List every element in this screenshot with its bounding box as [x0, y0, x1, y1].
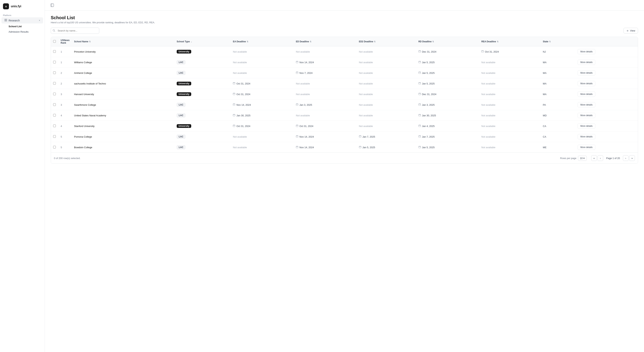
rd-cell: Jan 7, 2025	[416, 131, 479, 142]
row-checkbox[interactable]	[53, 82, 56, 85]
type-sort-btn[interactable]: School Type ⌄	[177, 40, 228, 43]
table-row: 3 Harvard University University Oct 31, …	[51, 89, 638, 100]
pagination: « ‹ Page 1 of 20 › »	[591, 155, 635, 161]
row-checkbox-cell	[51, 78, 58, 89]
table-row: 3 Swarthmore College LAC Nov 14, 2024 Ja…	[51, 100, 638, 110]
sidebar-toggle-button[interactable]	[49, 2, 55, 8]
calendar-icon	[418, 71, 421, 74]
state-cell: MA	[541, 78, 575, 89]
ed2-sort-btn[interactable]: ED2 Deadline ⇅	[359, 40, 414, 43]
ea-cell: Oct 31, 2024	[230, 78, 294, 89]
rea-cell: Not available	[479, 68, 541, 78]
rd-cell: Jan 5, 2025	[416, 78, 479, 89]
header-ed2: ED2 Deadline ⇅	[357, 37, 416, 46]
sidebar-item-school-list[interactable]: School List	[2, 24, 43, 29]
more-details-button[interactable]: More details	[578, 113, 595, 118]
ed2-cell: Jan 5, 2025	[357, 142, 416, 153]
rd-sort-btn[interactable]: RD Deadline ⇅	[418, 40, 477, 43]
header-name: School Name ⇅	[72, 37, 174, 46]
calendar-icon	[418, 114, 421, 117]
header-checkbox-col	[51, 37, 58, 46]
rea-sort-btn[interactable]: REA Deadline ⇅	[481, 40, 538, 43]
row-checkbox[interactable]	[53, 71, 56, 74]
ed-cell: Not available	[294, 110, 357, 121]
ea-sort-btn[interactable]: EA Deadline ⇅	[233, 40, 292, 43]
research-label: Research	[8, 19, 20, 22]
rank-sort-btn[interactable]: USNewsRank	[61, 39, 70, 44]
rank-cell: 2	[58, 78, 72, 89]
state-sort-btn[interactable]: State ⇅	[543, 40, 573, 43]
actions-cell: More details	[575, 110, 638, 121]
row-checkbox[interactable]	[53, 125, 56, 127]
row-checkbox[interactable]	[53, 146, 56, 148]
rea-cell: Not available	[479, 89, 541, 100]
more-details-button[interactable]: More details	[578, 91, 595, 97]
row-checkbox[interactable]	[53, 135, 56, 138]
logo-icon: u	[3, 3, 9, 9]
sidebar-item-research[interactable]: Research ▾	[2, 17, 43, 23]
actions-cell: More details	[575, 142, 638, 153]
more-details-button[interactable]: More details	[578, 145, 595, 150]
view-button[interactable]: View	[624, 28, 638, 33]
topbar	[45, 0, 644, 11]
more-details-button[interactable]: More details	[578, 134, 595, 139]
rd-cell: Jan 4, 2025	[416, 121, 479, 131]
more-details-button[interactable]: More details	[578, 60, 595, 65]
more-details-button[interactable]: More details	[578, 102, 595, 107]
type-cell: LAC	[174, 131, 230, 142]
more-details-button[interactable]: More details	[578, 70, 595, 75]
prev-page-button[interactable]: ‹	[598, 155, 603, 161]
type-cell: University	[174, 89, 230, 100]
ed2-cell: Not available	[357, 89, 416, 100]
table-row: 2 Amherst College LAC Not available Nov …	[51, 68, 638, 78]
type-cell: University	[174, 121, 230, 131]
actions-cell: More details	[575, 68, 638, 78]
row-checkbox[interactable]	[53, 61, 56, 63]
row-checkbox[interactable]	[53, 50, 56, 53]
rd-label: RD Deadline	[418, 40, 432, 43]
calendar-icon	[233, 82, 235, 85]
row-checkbox[interactable]	[53, 103, 56, 106]
rows-per-page-select[interactable]: 10 ▾	[578, 156, 587, 161]
row-checkbox-cell	[51, 68, 58, 78]
ea-cell: Not available	[230, 131, 294, 142]
sidebar: u unis.fyi Platform Research ▾ School Li…	[0, 0, 45, 352]
svg-rect-78	[419, 125, 421, 127]
calendar-icon	[418, 93, 421, 96]
state-cell: CA	[541, 131, 575, 142]
row-checkbox-cell	[51, 57, 58, 68]
state-cell: MA	[541, 89, 575, 100]
svg-rect-30	[419, 72, 421, 74]
name-sort-btn[interactable]: School Name ⇅	[74, 40, 172, 43]
first-page-button[interactable]: «	[591, 155, 597, 161]
more-details-button[interactable]: More details	[578, 81, 595, 86]
rea-cell: Not available	[479, 78, 541, 89]
sidebar-item-admission-results[interactable]: Admission Results	[2, 29, 43, 34]
select-all-checkbox[interactable]	[53, 40, 56, 43]
ea-cell: Nov 14, 2024	[230, 100, 294, 110]
actions-cell: More details	[575, 89, 638, 100]
calendar-icon	[296, 103, 298, 106]
ed-sort-btn[interactable]: ED Deadline ⇅	[296, 40, 354, 43]
svg-rect-0	[5, 19, 6, 20]
svg-rect-22	[419, 61, 421, 63]
ea-cell: Oct 31, 2024	[230, 121, 294, 131]
last-page-button[interactable]: »	[629, 155, 635, 161]
more-details-button[interactable]: More details	[578, 123, 595, 129]
ea-cell: Not available	[230, 142, 294, 153]
rea-cell: Not available	[479, 57, 541, 68]
ed2-cell: Not available	[357, 57, 416, 68]
more-details-button[interactable]: More details	[578, 49, 595, 54]
row-checkbox[interactable]	[53, 114, 56, 116]
search-input[interactable]	[51, 27, 99, 34]
row-checkbox[interactable]	[53, 93, 56, 95]
name-cell: United States Naval Academy	[72, 110, 174, 121]
calendar-icon	[481, 50, 484, 53]
selected-count: 0 of 200 row(s) selected.	[54, 157, 80, 160]
rank-cell: 1	[58, 46, 72, 57]
table-row: 1 Williams College LAC Not available Nov…	[51, 57, 638, 68]
name-cell: Williams College	[72, 57, 174, 68]
page-subtitle: Here's a list of top100 US universities.…	[51, 21, 638, 24]
svg-rect-4	[51, 4, 54, 7]
next-page-button[interactable]: ›	[623, 155, 628, 161]
